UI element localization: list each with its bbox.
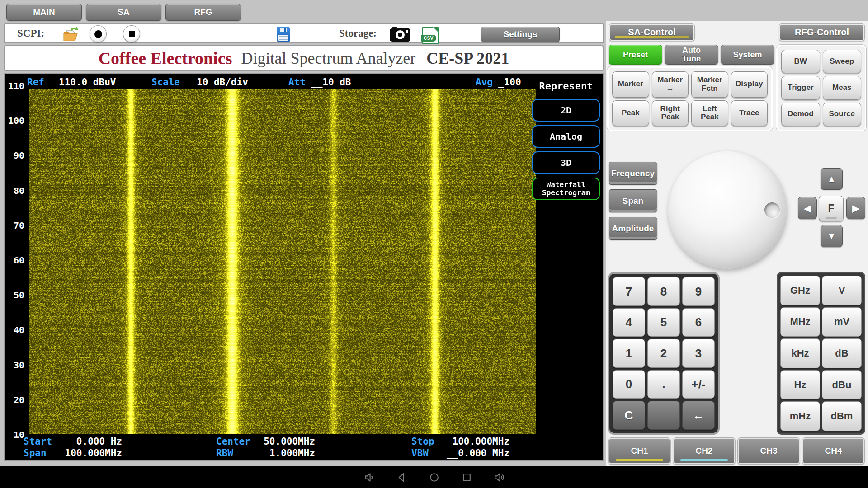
tab-ch4[interactable]: CH4 xyxy=(802,438,864,464)
tab-main[interactable]: MAIN xyxy=(6,4,82,21)
tab-sa-control[interactable]: SA-Control xyxy=(609,24,694,41)
rfg-key-trigger[interactable]: Trigger xyxy=(781,76,820,99)
key-5[interactable]: 5 xyxy=(647,308,680,337)
sa-active-underline xyxy=(615,36,689,38)
save-icon[interactable] xyxy=(277,27,290,42)
preset-button[interactable]: Preset xyxy=(609,45,662,65)
key-9[interactable]: 9 xyxy=(682,277,715,306)
nav-recents-icon[interactable] xyxy=(461,471,473,483)
start-value: 0.000 Hz xyxy=(41,436,122,447)
unit-ghz-button[interactable]: GHz xyxy=(780,276,820,305)
func-amplitude-button[interactable]: Amplitude xyxy=(609,217,657,240)
tab-ch1[interactable]: CH1 xyxy=(609,438,670,464)
rfg-key-bw[interactable]: BW xyxy=(781,50,820,73)
unit-khz-button[interactable]: kHz xyxy=(780,338,820,368)
represent-buttons: 2DAnalog3DWaterfall Spectrogram xyxy=(531,99,601,200)
y-tick-100: 100 xyxy=(8,115,24,126)
ch1-active-underline xyxy=(616,459,663,461)
represent-2d[interactable]: 2D xyxy=(532,99,600,122)
func-frequency-button[interactable]: Frequency xyxy=(609,162,657,185)
tab-ch3[interactable]: CH3 xyxy=(738,438,800,464)
rfg-key-sweep[interactable]: Sweep xyxy=(823,50,862,73)
key-blank[interactable]: . xyxy=(647,370,680,399)
sa-key-marker-fctn[interactable]: Marker Fctn xyxy=(691,71,728,98)
unit-v-button[interactable]: V xyxy=(822,276,862,305)
represent-title: Represent xyxy=(531,80,601,92)
att-value: __10 dB xyxy=(311,77,351,88)
f-key-button[interactable]: F xyxy=(819,196,844,221)
represent-3d[interactable]: 3D xyxy=(532,151,600,174)
avg-value: _100 xyxy=(498,77,521,88)
sa-key-marker[interactable]: Marker → xyxy=(652,71,689,98)
arrow-right-button[interactable]: ▶ xyxy=(846,197,865,219)
tab-rfg[interactable]: RFG xyxy=(165,4,241,21)
product-name: Digital Spectrum Analyzer xyxy=(241,49,415,68)
screenshot-camera-icon[interactable] xyxy=(390,28,410,42)
sa-key-left-peak[interactable]: Left Peak xyxy=(691,100,728,127)
unit-db-button[interactable]: dB xyxy=(822,338,862,368)
unit-mhz-button[interactable]: mHz xyxy=(780,401,820,431)
numeric-keypad: 7894561230.+/-C← xyxy=(608,272,720,435)
sa-key-right-peak[interactable]: Right Peak xyxy=(652,100,689,127)
func-span-button[interactable]: Span xyxy=(609,189,657,212)
key-3[interactable]: 3 xyxy=(682,339,715,368)
key-8[interactable]: 8 xyxy=(647,277,680,306)
open-folder-icon[interactable] xyxy=(61,26,80,44)
main-tab-bar: MAINSARFG xyxy=(6,4,241,21)
sa-key-display[interactable]: Display xyxy=(731,71,768,98)
sa-key-trace[interactable]: Trace xyxy=(731,100,768,127)
nav-volume-down-icon[interactable] xyxy=(363,471,375,483)
key-0[interactable]: 0 xyxy=(613,370,645,399)
rfg-key-meas[interactable]: Meas xyxy=(823,76,862,99)
ref-value: 110.0 dBuV xyxy=(59,77,116,88)
y-tick-10: 10 xyxy=(14,429,24,440)
key-blank[interactable]: ← xyxy=(682,401,715,430)
arrow-up-button[interactable]: ▲ xyxy=(821,168,843,190)
settings-button[interactable]: Settings xyxy=(481,27,560,42)
auto-tune-button[interactable]: Auto Tune xyxy=(665,45,718,65)
nav-volume-up-icon[interactable] xyxy=(493,471,505,483)
rotary-knob[interactable] xyxy=(668,151,786,269)
ref-label: Ref xyxy=(27,77,44,88)
arrow-down-button[interactable]: ▼ xyxy=(821,225,843,247)
key-c[interactable]: C xyxy=(613,401,645,430)
span-value: 100.000MHz xyxy=(41,448,122,459)
unit-dbu-button[interactable]: dBu xyxy=(822,370,862,400)
y-tick-110: 110 xyxy=(8,80,24,91)
sa-key-peak[interactable]: Peak xyxy=(612,100,649,127)
unit-hz-button[interactable]: Hz xyxy=(780,370,820,400)
key-blank[interactable]: +/- xyxy=(682,370,715,399)
key-4[interactable]: 4 xyxy=(613,308,645,337)
key-1[interactable]: 1 xyxy=(613,339,645,368)
att-label: Att xyxy=(288,77,306,88)
nav-back-icon[interactable] xyxy=(396,471,408,483)
stop-button[interactable] xyxy=(123,25,140,42)
represent-waterfall-spectrogram[interactable]: Waterfall Spectrogram xyxy=(532,178,600,200)
avg-label: Avg xyxy=(476,77,493,88)
tab-ch2[interactable]: CH2 xyxy=(673,438,735,464)
key-2[interactable]: 2 xyxy=(647,339,680,368)
arrow-left-button[interactable]: ◀ xyxy=(798,197,817,219)
tab-rfg-control[interactable]: RFG-Control xyxy=(779,24,864,41)
rbw-value: 1.000MHz xyxy=(235,448,315,459)
csv-export-icon[interactable]: CSV xyxy=(422,27,439,44)
system-button[interactable]: System xyxy=(721,45,774,65)
unit-mhz-button[interactable]: MHz xyxy=(780,307,820,337)
spectrum-display: Ref 110.0 dBuV Scale 10 dB/div Att __10 … xyxy=(4,73,604,461)
rfg-key-demod[interactable]: Demod xyxy=(781,103,820,126)
nav-home-icon[interactable] xyxy=(428,471,440,483)
sa-key-marker[interactable]: Marker xyxy=(612,71,649,98)
rfg-key-source[interactable]: Source xyxy=(823,103,862,126)
tab-sa[interactable]: SA xyxy=(86,4,161,21)
unit-mv-button[interactable]: mV xyxy=(822,307,862,337)
unit-dbm-button[interactable]: dBm xyxy=(822,401,862,431)
record-button[interactable] xyxy=(90,25,107,42)
represent-analog[interactable]: Analog xyxy=(532,125,600,148)
y-tick-50: 50 xyxy=(14,290,24,300)
y-tick-40: 40 xyxy=(14,324,24,335)
title-bar: Coffee Electronics Digital Spectrum Anal… xyxy=(4,45,604,71)
key-7[interactable]: 7 xyxy=(613,277,645,306)
key-6[interactable]: 6 xyxy=(682,308,715,337)
key-blank[interactable] xyxy=(647,401,680,430)
rfg-key-panel: BWSweepTriggerMeasDemodSource xyxy=(776,45,866,131)
